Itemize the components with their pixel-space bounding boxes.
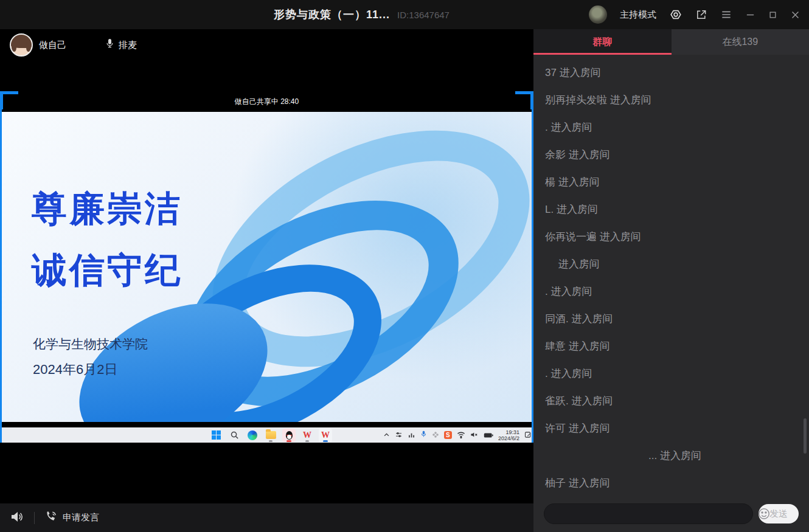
menu-icon[interactable] (720, 9, 732, 21)
tray-wifi-icon[interactable] (457, 430, 465, 441)
chat-message: 肆意 进入房间 (545, 333, 797, 360)
chat-message: L. 进入房间 (545, 196, 797, 223)
tray-microphone-icon[interactable] (420, 430, 427, 441)
windows-taskbar: W W S (0, 427, 533, 443)
divider (34, 512, 35, 524)
maximize-button[interactable] (768, 10, 777, 19)
tray-chevron-icon[interactable] (383, 430, 390, 441)
user-avatar[interactable] (589, 5, 607, 24)
shared-screen: 做自己共享中 28:40 尊廉崇洁 诚信守纪 化学与生物技术学院 2024年6月… (0, 91, 533, 443)
chat-message: 同酒. 进入房间 (545, 305, 797, 333)
chat-message: ... 进入房间 (545, 442, 797, 469)
room-title: 形势与政策（一）11... (274, 7, 390, 22)
request-speak-icon[interactable] (44, 510, 58, 526)
slide-bottom-gap (0, 422, 533, 427)
qq-app-icon[interactable] (282, 428, 296, 443)
tab-online-count[interactable]: 在线139 (672, 29, 809, 55)
chat-scrollbar[interactable] (804, 418, 807, 454)
main-bottom-bar: 申请发言 (0, 503, 533, 532)
slide-department: 化学与生物技术学院 (33, 336, 148, 353)
wps-writer-icon[interactable]: W (300, 428, 314, 443)
tray-volume-muted-icon[interactable] (470, 430, 479, 441)
tab-group-chat[interactable]: 群聊 (533, 29, 672, 55)
windows-start-icon[interactable] (209, 428, 223, 443)
chat-input[interactable] (544, 503, 753, 524)
chat-message: 你再说一遍 进入房间 (545, 223, 797, 250)
presentation-slide: 尊廉崇洁 诚信守纪 化学与生物技术学院 2024年6月2日 (0, 112, 533, 422)
minimize-button[interactable] (745, 10, 755, 20)
titlebar: 形势与政策（一）11... ID:13647647 主持模式 (0, 0, 809, 29)
host-mode-label: 主持模式 (620, 9, 656, 21)
chat-message: . 进入房间 (545, 278, 797, 305)
presenter-strip: 做自己 排麦 (10, 32, 137, 58)
slide-date: 2024年6月2日 (33, 361, 117, 379)
chat-message: 37 进入房间 (545, 59, 797, 86)
mic-queue[interactable]: 排麦 (105, 38, 137, 52)
microphone-icon (105, 38, 114, 52)
tray-sunlogin-icon[interactable]: S (444, 431, 452, 439)
chat-message: 楊 进入房间 (545, 168, 797, 196)
room-title-group: 形势与政策（一）11... ID:13647647 (274, 0, 450, 29)
tray-battery-icon[interactable] (484, 430, 493, 441)
slide-title: 尊廉崇洁 诚信守纪 (32, 178, 182, 300)
chat-message: 柚子 进入房间 (545, 469, 797, 494)
share-status-label: 做自己共享中 28:40 (0, 91, 533, 112)
tray-plugin-icon[interactable] (432, 430, 439, 441)
share-border-left (0, 91, 2, 443)
chat-message-list[interactable]: 37 进入房间 别再掉头发啦 进入房间 . 进入房间 余影 进入房间 楊 进入房… (533, 55, 809, 494)
request-speak-label: 申请发言 (63, 512, 99, 523)
chat-message: 别再掉头发啦 进入房间 (545, 86, 797, 114)
wps-office-icon[interactable]: W (319, 428, 332, 443)
emoji-icon[interactable] (757, 507, 771, 520)
mic-queue-label: 排麦 (119, 40, 137, 51)
file-explorer-icon[interactable] (264, 428, 277, 443)
settings-icon[interactable] (669, 8, 682, 21)
chat-message: 进入房间 (545, 250, 797, 278)
chat-input-row: 发送 (544, 503, 799, 524)
tray-signal-bars-icon[interactable] (408, 430, 415, 441)
chat-sidebar: 群聊 在线139 37 进入房间 别再掉头发啦 进入房间 . 进入房间 余影 进… (533, 29, 809, 532)
chat-message: 雀跃. 进入房间 (545, 387, 797, 415)
close-button[interactable] (790, 10, 800, 20)
chat-message: 余影 进入房间 (545, 141, 797, 168)
chat-message: . 进入房间 (545, 114, 797, 141)
sidebar-tabs: 群聊 在线139 (533, 29, 809, 55)
popout-icon[interactable] (695, 9, 707, 21)
edge-browser-icon[interactable] (246, 428, 259, 443)
presenter-name: 做自己 (39, 40, 66, 51)
room-id: ID:13647647 (397, 10, 450, 20)
presenter-avatar[interactable] (10, 33, 33, 57)
tray-settings-sliders-icon[interactable] (395, 430, 403, 441)
windows-search-icon[interactable] (227, 428, 241, 443)
tray-clock[interactable]: 19:31 2024/6/2 (498, 429, 519, 441)
tray-notification-icon[interactable] (524, 430, 532, 441)
chat-message: 许可 进入房间 (545, 415, 797, 442)
speaker-icon[interactable] (10, 510, 24, 526)
chat-message: . 进入房间 (545, 360, 797, 387)
